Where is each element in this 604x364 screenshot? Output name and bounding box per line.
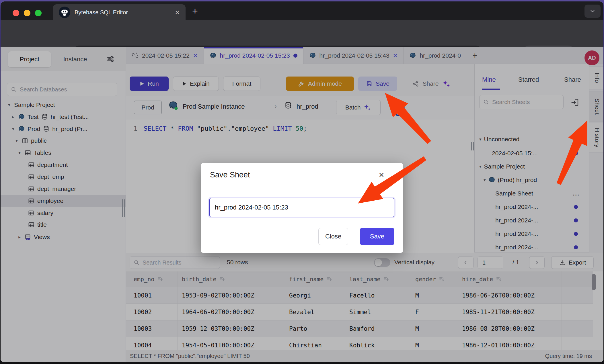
dialog-divider — [209, 191, 394, 191]
browser-window: Bytebase SQL Editor ✕ + localhost:8080/s… — [1, 1, 603, 362]
dialog-title: Save Sheet — [210, 171, 250, 179]
dialog-save-button[interactable]: Save — [360, 228, 394, 245]
dialog-close-icon[interactable]: ✕ — [379, 171, 384, 179]
save-sheet-dialog: Save Sheet ✕ Close Save — [201, 163, 403, 253]
traffic-minimize-button[interactable] — [24, 10, 30, 16]
browser-tab[interactable]: Bytebase SQL Editor ✕ — [53, 4, 186, 20]
text-cursor — [329, 203, 329, 212]
bytebase-favicon-icon — [59, 7, 70, 18]
browser-navbar: localhost:8080/sql-editor/prod-sample-in… — [1, 20, 603, 47]
traffic-close-button[interactable] — [13, 10, 19, 16]
sheet-name-field[interactable] — [215, 204, 389, 211]
browser-tab-title: Bytebase SQL Editor — [75, 9, 170, 16]
browser-tab-strip: Bytebase SQL Editor ✕ + — [1, 1, 603, 20]
traffic-zoom-button[interactable] — [35, 10, 42, 16]
tab-search-chevron-icon[interactable] — [584, 5, 601, 18]
dialog-close-button[interactable]: Close — [318, 228, 348, 245]
new-tab-button[interactable]: + — [192, 5, 198, 17]
sheet-name-input[interactable] — [209, 198, 394, 217]
tab-close-icon[interactable]: ✕ — [175, 9, 180, 15]
